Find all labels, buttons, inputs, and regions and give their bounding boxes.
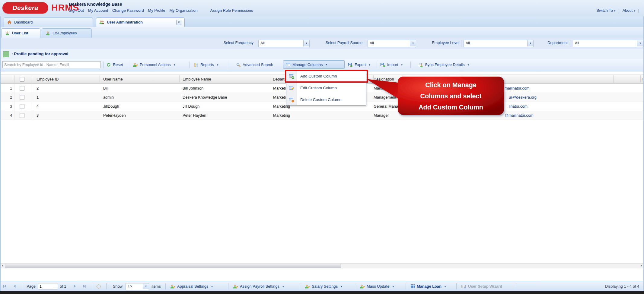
chevron-down-icon: ▾ xyxy=(217,63,218,66)
select-all-checkbox[interactable] xyxy=(20,77,24,82)
sync-employee-details-button[interactable]: Sync Employee Details ▾ xyxy=(418,61,469,69)
chevron-down-icon[interactable]: ▾ xyxy=(303,40,309,46)
personnel-actions-button[interactable]: Personnel Actions ▾ xyxy=(133,61,175,69)
about-menu[interactable]: About▾ xyxy=(623,8,635,13)
scroll-left-arrow[interactable]: ◄ xyxy=(0,264,5,268)
refresh-icon xyxy=(106,62,111,67)
reports-button[interactable]: Reports ▾ xyxy=(194,61,218,69)
divider xyxy=(190,62,190,68)
column-divider xyxy=(640,75,641,83)
switch-to-menu[interactable]: Switch To▾ xyxy=(596,8,615,13)
horizontal-scrollbar[interactable]: ◄ ► xyxy=(0,263,644,268)
button-label: Advanced Search xyxy=(243,62,273,67)
appraisal-settings-button[interactable]: Appraisal Settings ▾ xyxy=(170,282,213,290)
column-divider xyxy=(179,75,180,83)
search-input[interactable] xyxy=(2,61,101,68)
divider xyxy=(406,283,406,289)
page-number-input[interactable] xyxy=(38,283,58,289)
hrms-window: Deskera HRMS Deskera Knowledge Base Sign… xyxy=(0,0,644,294)
column-header-employee-name[interactable]: Employee Name xyxy=(183,74,211,84)
tab-label: User Administration xyxy=(107,20,143,24)
department-select[interactable]: All ▾ xyxy=(573,40,643,47)
chevron-down-icon[interactable]: ▾ xyxy=(527,40,533,46)
divider xyxy=(355,283,355,289)
cell-user-name: Bill xyxy=(103,84,108,93)
employee-level-select[interactable]: All ▾ xyxy=(464,40,534,47)
my-organization-link[interactable]: My Organization xyxy=(169,8,197,13)
chevron-down-icon: ▾ xyxy=(445,285,446,288)
cell-employee-id: 3 xyxy=(37,111,39,120)
tab-user-administration[interactable]: User Administration × xyxy=(96,17,185,27)
page-size-select[interactable]: 15 ▾ xyxy=(126,283,149,290)
assign-payroll-settings-button[interactable]: Assign Payroll Settings ▾ xyxy=(233,282,284,290)
button-label: Personnel Actions xyxy=(140,62,171,67)
cell-email: mailinator.com xyxy=(505,84,530,93)
my-account-link[interactable]: My Account xyxy=(88,8,108,13)
home-icon xyxy=(7,20,12,25)
import-button[interactable]: Import ▾ xyxy=(380,61,403,69)
header-nav: Sign Out My Account Change Password My P… xyxy=(69,8,253,13)
cell-employee-name: Deskera Knowledge Base xyxy=(183,93,227,102)
divider xyxy=(228,283,228,289)
assign-role-permissions-link[interactable]: Assign Role Permissions xyxy=(210,8,253,13)
chevron-down-icon: ▾ xyxy=(282,285,284,288)
scrollbar-thumb[interactable] xyxy=(5,264,341,268)
advanced-search-button[interactable]: Advanced Search xyxy=(236,61,273,69)
reset-button[interactable]: Reset xyxy=(106,61,123,69)
chevron-down-icon: ▾ xyxy=(341,285,342,288)
column-header-employee-id[interactable]: Employee ID xyxy=(37,74,59,84)
column-divider xyxy=(613,75,614,83)
chevron-down-icon: ▾ xyxy=(468,63,469,66)
person-edit-icon xyxy=(305,284,310,289)
user-setup-wizard-button[interactable]: i User Setup Wizard xyxy=(461,282,502,290)
cell-employee-name: Jill Dough xyxy=(183,102,199,111)
button-label: Export xyxy=(355,62,366,67)
my-profile-link[interactable]: My Profile xyxy=(148,8,165,13)
last-page-button[interactable] xyxy=(82,284,88,289)
person-edit-icon xyxy=(360,284,365,289)
export-button[interactable]: Export ▾ xyxy=(348,61,370,69)
cell-employee-id: 4 xyxy=(37,102,39,111)
cell-user-name: PeterHayden xyxy=(103,111,126,120)
row-checkbox[interactable] xyxy=(20,113,24,118)
person-icon xyxy=(46,31,50,36)
chevron-down-icon[interactable]: ▾ xyxy=(143,283,149,289)
row-checkbox[interactable] xyxy=(20,95,24,100)
menu-item-delete-custom-column[interactable]: Delete Custom Column xyxy=(286,94,366,106)
legend-bar: : Profile pending for approval xyxy=(0,49,644,59)
button-label: Mass Update xyxy=(367,284,389,289)
divider xyxy=(165,283,166,289)
table-row[interactable]: 4 3 PeterHayden Peter Hayden Marketing M… xyxy=(0,111,644,120)
deskera-logo-text: Deskera xyxy=(2,4,48,11)
cell-employee-id: 2 xyxy=(37,84,39,93)
divider xyxy=(22,283,22,289)
divider xyxy=(130,62,130,68)
payroll-source-select[interactable]: All ▾ xyxy=(368,40,416,47)
chevron-down-icon[interactable]: ▾ xyxy=(637,40,643,46)
change-password-link[interactable]: Change Password xyxy=(112,8,144,13)
previous-page-button[interactable] xyxy=(12,284,18,289)
close-icon[interactable]: × xyxy=(176,20,181,25)
salary-settings-button[interactable]: Salary Settings ▾ xyxy=(305,282,342,290)
app-header: Deskera HRMS Deskera Knowledge Base Sign… xyxy=(0,0,644,16)
person-edit-icon xyxy=(133,62,138,67)
mass-update-button[interactable]: Mass Update ▾ xyxy=(360,282,394,290)
sign-out-link[interactable]: Sign Out xyxy=(69,8,84,13)
manage-loan-button[interactable]: Manage Loan ▾ xyxy=(410,282,446,290)
tab-dashboard[interactable]: Dashboard xyxy=(4,17,93,27)
tab-user-list[interactable]: User List xyxy=(1,28,40,38)
frequency-select[interactable]: All ▾ xyxy=(258,40,310,47)
tab-ex-employees[interactable]: Ex-Employees xyxy=(42,28,92,38)
manage-columns-button[interactable]: Manage Columns ▾ xyxy=(283,60,345,69)
chevron-down-icon[interactable]: ▾ xyxy=(410,40,416,46)
row-checkbox[interactable] xyxy=(20,104,24,109)
next-page-button[interactable] xyxy=(72,284,78,289)
refresh-icon[interactable] xyxy=(96,284,101,289)
chevron-down-icon: ▾ xyxy=(392,285,394,288)
row-checkbox[interactable] xyxy=(20,86,24,91)
column-header-user-name[interactable]: User Name xyxy=(103,74,123,84)
paging-toolbar: Page of 1 Show 15 ▾ items Appraisal Sett… xyxy=(0,281,644,291)
first-page-button[interactable] xyxy=(2,284,8,289)
divider xyxy=(106,283,107,289)
menu-item-edit-custom-column[interactable]: Edit Custom Column xyxy=(286,82,366,94)
